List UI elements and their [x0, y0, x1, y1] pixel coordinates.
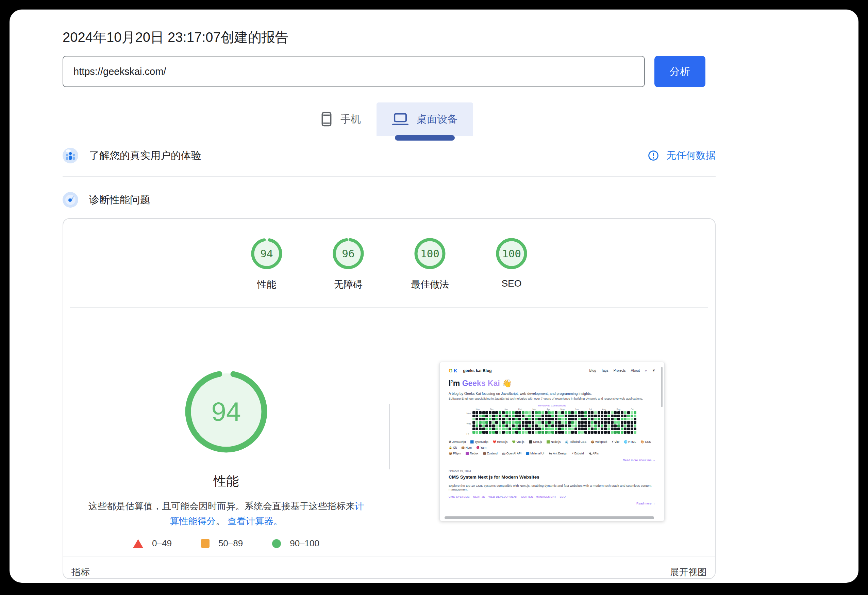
score-label: 性能 [257, 278, 276, 291]
no-data-link[interactable]: 无任何数据 [648, 149, 716, 162]
site-name: geeks kai Blog [463, 368, 492, 373]
heatmap-cell [594, 421, 597, 424]
score-detail-columns: 94 性能 这些都是估算值，且可能会因时而异。系统会直接基于这些指标来计算性能得… [63, 308, 715, 549]
heatmap-cell [475, 428, 478, 430]
heatmap-cell [538, 414, 541, 417]
heatmap-cell [482, 431, 485, 434]
hero-intro-1: A blog by Geeks Kai focusing on JavaScri… [449, 391, 655, 395]
gauge-description-text: 这些都是估算值，且可能会因时而异。系统会直接基于这些指标来 [89, 501, 355, 511]
score-legend: 0–4950–8990–100 [133, 538, 319, 549]
heatmap-cell [525, 431, 528, 434]
heatmap-cell [627, 414, 630, 417]
heatmap-cell [512, 431, 515, 434]
heatmap-cell [499, 411, 501, 414]
heatmap-cell [479, 431, 481, 434]
heatmap-cell [571, 425, 574, 427]
heatmap-cell [558, 411, 561, 414]
heatmap-cell [486, 425, 488, 427]
heatmap-cell [634, 417, 636, 420]
heatmap-cell [525, 414, 528, 417]
heatmap-cell [561, 431, 564, 434]
heatmap-cell [607, 428, 610, 430]
svg-text:94: 94 [260, 247, 273, 260]
heatmap-cell [630, 414, 633, 417]
tab-mobile[interactable]: 手机 [305, 102, 376, 136]
category-score-最佳做法[interactable]: 100最佳做法 [396, 237, 464, 291]
heatmap-cell [502, 425, 505, 427]
expand-view-link[interactable]: 展开视图 [670, 566, 707, 578]
tech-badge-webpack: 📦 Webpack [591, 439, 607, 445]
heatmap-cell [538, 425, 541, 427]
tab-desktop[interactable]: 桌面设备 [376, 102, 473, 136]
heatmap-cell [489, 414, 492, 417]
heatmap-cell [515, 421, 518, 424]
heatmap-cell [542, 425, 544, 427]
heatmap-cell [591, 421, 593, 424]
heatmap-day-label: Fri [466, 433, 471, 435]
heatmap-cell [548, 417, 551, 420]
thumb-site-header: GK geeks kai Blog BlogTagsProjectsAbout⌕… [449, 368, 655, 373]
heatmap-cell [591, 425, 593, 427]
heatmap-cell [614, 428, 617, 430]
tech-badge-css: 🎨 CSS [641, 439, 651, 445]
heatmap-cell [630, 428, 633, 430]
tech-badge-pnpm: 📦 PNpm [449, 451, 461, 456]
heatmap-cell [555, 428, 558, 430]
heatmap-cell [607, 425, 610, 427]
heatmap-cell [525, 425, 528, 427]
heatmap-cell [614, 431, 617, 434]
heatmap-cell [518, 414, 521, 417]
tech-badge-row: 📦 PNpm🟪 Redux🐻 Zustand🤖 OpenAI API🟦 Mate… [449, 451, 655, 456]
heatmap-cell [598, 421, 600, 424]
heatmap-cell [617, 417, 620, 420]
heatmap-month-label: Jan [505, 408, 508, 410]
category-score-性能[interactable]: 94性能 [233, 237, 301, 291]
heatmap-cell [548, 428, 551, 430]
tech-badge-apis: 🔌 APIs [588, 451, 599, 456]
heatmap-cell [489, 417, 492, 420]
heatmap-cell [561, 414, 564, 417]
heatmap-cell [634, 414, 636, 417]
score-ring: 96 [332, 237, 365, 270]
view-calculator-link[interactable]: 查看计算器。 [227, 516, 283, 526]
heatmap-cell [611, 414, 614, 417]
heatmap-cell [617, 414, 620, 417]
heatmap-cell [607, 411, 610, 414]
tech-badge-react-js: ❤️ React.js [493, 439, 508, 445]
heatmap-cell [518, 428, 521, 430]
category-score-无障碍[interactable]: 96无障碍 [314, 237, 382, 291]
heatmap-cell [545, 428, 548, 430]
analyze-button[interactable]: 分析 [654, 56, 706, 87]
heatmap-cell [538, 428, 541, 430]
heatmap-cell [621, 431, 623, 434]
heatmap-cell [555, 414, 558, 417]
heatmap-cell [571, 414, 574, 417]
heatmap-cell [535, 414, 538, 417]
analyze-row: 分析 [63, 56, 716, 87]
category-score-SEO[interactable]: 100SEO [478, 237, 546, 291]
performance-gauge[interactable]: 94 [184, 369, 269, 455]
heatmap-cell [502, 428, 505, 430]
heatmap-cell [492, 411, 495, 414]
heatmap-cell [512, 417, 515, 420]
heatmap-cell [604, 417, 607, 420]
heatmap-grid [472, 411, 638, 434]
heatmap-cell [475, 414, 478, 417]
heatmap-month-label: Jun [575, 408, 579, 410]
heatmap-cell [558, 414, 561, 417]
heatmap-cell [627, 428, 630, 430]
heatmap-cell [568, 428, 571, 430]
heatmap-cell [634, 425, 636, 427]
heatmap-cell [475, 431, 478, 434]
heatmap-cell [588, 421, 590, 424]
hero-heading: I’m Geeks Kai 👋 [449, 379, 655, 388]
score-label: SEO [501, 278, 521, 289]
site-nav: BlogTagsProjectsAbout⌕☀ [589, 368, 655, 373]
heatmap-cell [614, 414, 617, 417]
heatmap-cell [598, 417, 600, 420]
url-input[interactable] [63, 56, 645, 87]
heatmap-cell [571, 411, 574, 414]
heatmap-cell [565, 421, 567, 424]
heatmap-cell [495, 417, 498, 420]
heatmap-cell [617, 411, 620, 414]
